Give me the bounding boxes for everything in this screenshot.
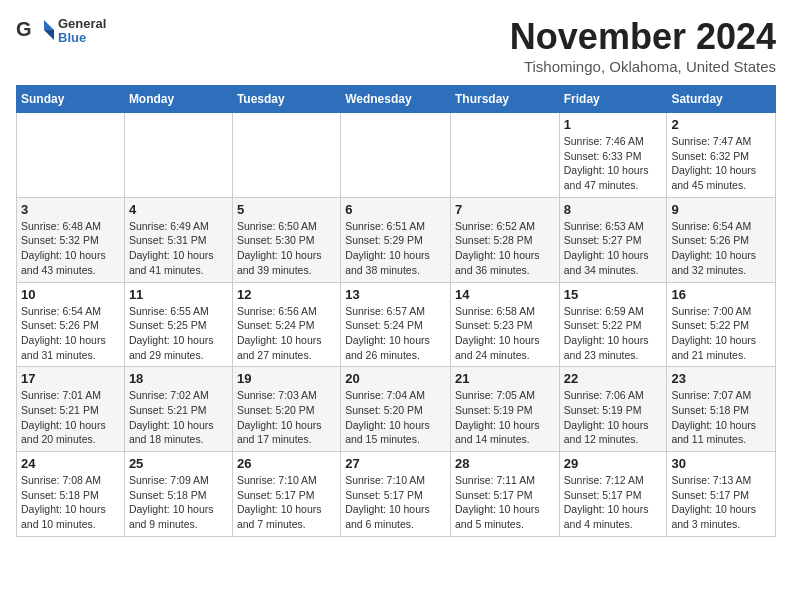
day-number: 8 xyxy=(564,202,663,217)
weekday-header-thursday: Thursday xyxy=(450,86,559,113)
week-row-4: 17Sunrise: 7:01 AM Sunset: 5:21 PM Dayli… xyxy=(17,367,776,452)
day-cell xyxy=(17,113,125,198)
day-cell: 10Sunrise: 6:54 AM Sunset: 5:26 PM Dayli… xyxy=(17,282,125,367)
day-cell: 19Sunrise: 7:03 AM Sunset: 5:20 PM Dayli… xyxy=(232,367,340,452)
day-info: Sunrise: 6:59 AM Sunset: 5:22 PM Dayligh… xyxy=(564,304,663,363)
day-cell: 22Sunrise: 7:06 AM Sunset: 5:19 PM Dayli… xyxy=(559,367,667,452)
day-number: 6 xyxy=(345,202,446,217)
day-info: Sunrise: 7:02 AM Sunset: 5:21 PM Dayligh… xyxy=(129,388,228,447)
day-info: Sunrise: 7:12 AM Sunset: 5:17 PM Dayligh… xyxy=(564,473,663,532)
day-cell: 7Sunrise: 6:52 AM Sunset: 5:28 PM Daylig… xyxy=(450,197,559,282)
day-info: Sunrise: 7:46 AM Sunset: 6:33 PM Dayligh… xyxy=(564,134,663,193)
logo-blue: Blue xyxy=(58,31,106,45)
day-cell: 13Sunrise: 6:57 AM Sunset: 5:24 PM Dayli… xyxy=(341,282,451,367)
day-info: Sunrise: 7:09 AM Sunset: 5:18 PM Dayligh… xyxy=(129,473,228,532)
day-number: 20 xyxy=(345,371,446,386)
day-cell xyxy=(341,113,451,198)
week-row-5: 24Sunrise: 7:08 AM Sunset: 5:18 PM Dayli… xyxy=(17,452,776,537)
day-number: 10 xyxy=(21,287,120,302)
day-info: Sunrise: 7:04 AM Sunset: 5:20 PM Dayligh… xyxy=(345,388,446,447)
day-info: Sunrise: 6:52 AM Sunset: 5:28 PM Dayligh… xyxy=(455,219,555,278)
day-number: 5 xyxy=(237,202,336,217)
day-info: Sunrise: 7:05 AM Sunset: 5:19 PM Dayligh… xyxy=(455,388,555,447)
weekday-header-monday: Monday xyxy=(124,86,232,113)
week-row-1: 1Sunrise: 7:46 AM Sunset: 6:33 PM Daylig… xyxy=(17,113,776,198)
svg-marker-1 xyxy=(44,20,54,30)
day-number: 21 xyxy=(455,371,555,386)
weekday-header-wednesday: Wednesday xyxy=(341,86,451,113)
weekday-header-row: SundayMondayTuesdayWednesdayThursdayFrid… xyxy=(17,86,776,113)
location: Tishomingo, Oklahoma, United States xyxy=(510,58,776,75)
day-number: 14 xyxy=(455,287,555,302)
svg-text:G: G xyxy=(16,18,32,40)
day-info: Sunrise: 7:07 AM Sunset: 5:18 PM Dayligh… xyxy=(671,388,771,447)
day-cell: 11Sunrise: 6:55 AM Sunset: 5:25 PM Dayli… xyxy=(124,282,232,367)
day-info: Sunrise: 7:10 AM Sunset: 5:17 PM Dayligh… xyxy=(345,473,446,532)
logo-general: General xyxy=(58,17,106,31)
logo: G General Blue xyxy=(16,16,106,46)
day-info: Sunrise: 7:47 AM Sunset: 6:32 PM Dayligh… xyxy=(671,134,771,193)
day-info: Sunrise: 7:10 AM Sunset: 5:17 PM Dayligh… xyxy=(237,473,336,532)
day-info: Sunrise: 7:08 AM Sunset: 5:18 PM Dayligh… xyxy=(21,473,120,532)
header: G General Blue November 2024 Tishomingo,… xyxy=(16,16,776,75)
day-number: 24 xyxy=(21,456,120,471)
day-cell: 28Sunrise: 7:11 AM Sunset: 5:17 PM Dayli… xyxy=(450,452,559,537)
day-number: 23 xyxy=(671,371,771,386)
day-cell: 3Sunrise: 6:48 AM Sunset: 5:32 PM Daylig… xyxy=(17,197,125,282)
day-cell: 29Sunrise: 7:12 AM Sunset: 5:17 PM Dayli… xyxy=(559,452,667,537)
day-cell: 25Sunrise: 7:09 AM Sunset: 5:18 PM Dayli… xyxy=(124,452,232,537)
day-number: 18 xyxy=(129,371,228,386)
day-info: Sunrise: 6:54 AM Sunset: 5:26 PM Dayligh… xyxy=(671,219,771,278)
day-info: Sunrise: 6:58 AM Sunset: 5:23 PM Dayligh… xyxy=(455,304,555,363)
day-info: Sunrise: 7:03 AM Sunset: 5:20 PM Dayligh… xyxy=(237,388,336,447)
day-number: 25 xyxy=(129,456,228,471)
day-cell: 4Sunrise: 6:49 AM Sunset: 5:31 PM Daylig… xyxy=(124,197,232,282)
day-number: 3 xyxy=(21,202,120,217)
day-cell: 5Sunrise: 6:50 AM Sunset: 5:30 PM Daylig… xyxy=(232,197,340,282)
day-info: Sunrise: 6:53 AM Sunset: 5:27 PM Dayligh… xyxy=(564,219,663,278)
day-cell: 20Sunrise: 7:04 AM Sunset: 5:20 PM Dayli… xyxy=(341,367,451,452)
calendar: SundayMondayTuesdayWednesdayThursdayFrid… xyxy=(16,85,776,537)
day-cell: 2Sunrise: 7:47 AM Sunset: 6:32 PM Daylig… xyxy=(667,113,776,198)
day-info: Sunrise: 6:48 AM Sunset: 5:32 PM Dayligh… xyxy=(21,219,120,278)
week-row-2: 3Sunrise: 6:48 AM Sunset: 5:32 PM Daylig… xyxy=(17,197,776,282)
weekday-header-saturday: Saturday xyxy=(667,86,776,113)
day-number: 13 xyxy=(345,287,446,302)
day-info: Sunrise: 6:51 AM Sunset: 5:29 PM Dayligh… xyxy=(345,219,446,278)
day-number: 27 xyxy=(345,456,446,471)
weekday-header-sunday: Sunday xyxy=(17,86,125,113)
weekday-header-tuesday: Tuesday xyxy=(232,86,340,113)
day-info: Sunrise: 7:00 AM Sunset: 5:22 PM Dayligh… xyxy=(671,304,771,363)
day-cell xyxy=(124,113,232,198)
week-row-3: 10Sunrise: 6:54 AM Sunset: 5:26 PM Dayli… xyxy=(17,282,776,367)
day-number: 7 xyxy=(455,202,555,217)
day-cell: 16Sunrise: 7:00 AM Sunset: 5:22 PM Dayli… xyxy=(667,282,776,367)
day-number: 12 xyxy=(237,287,336,302)
day-info: Sunrise: 6:49 AM Sunset: 5:31 PM Dayligh… xyxy=(129,219,228,278)
day-cell: 14Sunrise: 6:58 AM Sunset: 5:23 PM Dayli… xyxy=(450,282,559,367)
title-area: November 2024 Tishomingo, Oklahoma, Unit… xyxy=(510,16,776,75)
weekday-header-friday: Friday xyxy=(559,86,667,113)
day-number: 11 xyxy=(129,287,228,302)
day-info: Sunrise: 6:54 AM Sunset: 5:26 PM Dayligh… xyxy=(21,304,120,363)
day-info: Sunrise: 6:50 AM Sunset: 5:30 PM Dayligh… xyxy=(237,219,336,278)
day-info: Sunrise: 6:55 AM Sunset: 5:25 PM Dayligh… xyxy=(129,304,228,363)
day-info: Sunrise: 7:13 AM Sunset: 5:17 PM Dayligh… xyxy=(671,473,771,532)
day-number: 1 xyxy=(564,117,663,132)
day-cell: 12Sunrise: 6:56 AM Sunset: 5:24 PM Dayli… xyxy=(232,282,340,367)
month-title: November 2024 xyxy=(510,16,776,58)
day-cell: 6Sunrise: 6:51 AM Sunset: 5:29 PM Daylig… xyxy=(341,197,451,282)
day-info: Sunrise: 7:01 AM Sunset: 5:21 PM Dayligh… xyxy=(21,388,120,447)
day-info: Sunrise: 7:11 AM Sunset: 5:17 PM Dayligh… xyxy=(455,473,555,532)
day-number: 29 xyxy=(564,456,663,471)
day-info: Sunrise: 6:56 AM Sunset: 5:24 PM Dayligh… xyxy=(237,304,336,363)
day-cell xyxy=(450,113,559,198)
day-number: 28 xyxy=(455,456,555,471)
day-cell: 24Sunrise: 7:08 AM Sunset: 5:18 PM Dayli… xyxy=(17,452,125,537)
day-number: 2 xyxy=(671,117,771,132)
day-cell: 1Sunrise: 7:46 AM Sunset: 6:33 PM Daylig… xyxy=(559,113,667,198)
day-info: Sunrise: 6:57 AM Sunset: 5:24 PM Dayligh… xyxy=(345,304,446,363)
day-number: 9 xyxy=(671,202,771,217)
day-number: 17 xyxy=(21,371,120,386)
day-number: 15 xyxy=(564,287,663,302)
